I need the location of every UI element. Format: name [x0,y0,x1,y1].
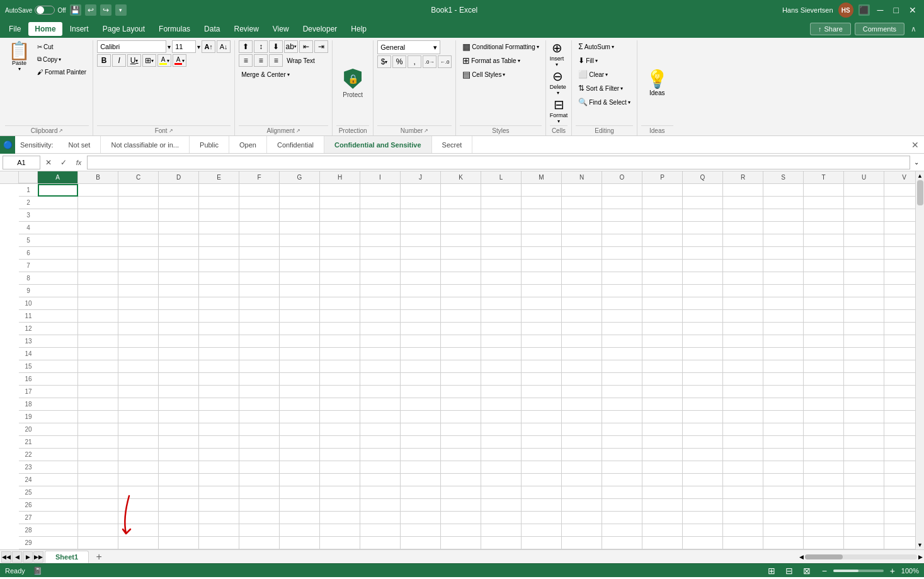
cell-J20[interactable] [401,423,441,436]
cell-M29[interactable] [522,537,562,549]
cell-A13[interactable] [38,335,78,348]
cell-J24[interactable] [401,474,441,486]
cell-T14[interactable] [804,348,844,360]
cell-C26[interactable] [118,499,159,512]
scroll-down-button[interactable]: ▼ [916,541,924,549]
cell-M6[interactable] [522,247,562,260]
cell-D29[interactable] [159,537,199,549]
row-number-23[interactable]: 23 [19,461,38,474]
cell-F24[interactable] [239,474,280,486]
clear-dropdown[interactable]: ▾ [605,72,608,77]
autosave-toggle[interactable]: AutoSave Off [5,6,66,14]
col-header-I[interactable]: I [360,171,401,183]
cell-S9[interactable] [763,285,804,297]
cell-O9[interactable] [602,285,642,297]
cell-D1[interactable] [159,184,199,197]
cell-N7[interactable] [562,260,602,272]
cell-F12[interactable] [239,323,280,335]
cell-T4[interactable] [804,222,844,234]
cell-M16[interactable] [522,373,562,386]
col-header-A[interactable]: A [38,171,78,183]
cell-V27[interactable] [884,512,915,524]
cell-G15[interactable] [280,360,320,373]
hscroll-track[interactable] [805,554,917,559]
cell-A21[interactable] [38,436,78,449]
cell-F14[interactable] [239,348,280,360]
borders-button[interactable]: ⊞▾ [142,54,156,67]
cell-I6[interactable] [360,247,401,260]
cell-U12[interactable] [844,323,884,335]
cell-O13[interactable] [602,335,642,348]
cell-C9[interactable] [118,285,159,297]
cell-O29[interactable] [602,537,642,549]
cell-R2[interactable] [723,197,763,209]
share-button[interactable]: ↑ Share [810,23,851,35]
bold-button[interactable]: B [97,54,111,67]
cell-A7[interactable] [38,260,78,272]
cell-K17[interactable] [441,386,481,398]
cell-B16[interactable] [78,373,118,386]
cell-Q20[interactable] [683,423,723,436]
cell-C4[interactable] [118,222,159,234]
autosum-button[interactable]: Σ AutoSum ▾ [576,40,617,53]
cell-N27[interactable] [562,512,602,524]
cell-M13[interactable] [522,335,562,348]
cell-T10[interactable] [804,297,844,310]
cell-I9[interactable] [360,285,401,297]
cell-L8[interactable] [481,272,522,285]
cell-U2[interactable] [844,197,884,209]
cell-K22[interactable] [441,449,481,461]
cell-U13[interactable] [844,335,884,348]
cell-T18[interactable] [804,398,844,411]
font-expand-icon[interactable]: ↗ [169,128,173,134]
col-header-R[interactable]: R [723,171,763,183]
cell-O17[interactable] [602,386,642,398]
cell-K6[interactable] [441,247,481,260]
cell-T7[interactable] [804,260,844,272]
cell-R17[interactable] [723,386,763,398]
cell-V6[interactable] [884,247,915,260]
cell-B18[interactable] [78,398,118,411]
cell-B25[interactable] [78,486,118,499]
cell-V25[interactable] [884,486,915,499]
cell-M18[interactable] [522,398,562,411]
cell-N17[interactable] [562,386,602,398]
cell-V2[interactable] [884,197,915,209]
cell-L21[interactable] [481,436,522,449]
cell-P23[interactable] [642,461,683,474]
cell-T21[interactable] [804,436,844,449]
cell-D7[interactable] [159,260,199,272]
cell-N2[interactable] [562,197,602,209]
row-number-25[interactable]: 25 [19,486,38,499]
cell-F11[interactable] [239,310,280,323]
menu-item-file[interactable]: File [3,22,27,36]
cell-U26[interactable] [844,499,884,512]
cell-E14[interactable] [199,348,239,360]
cell-B29[interactable] [78,537,118,549]
cell-L6[interactable] [481,247,522,260]
cell-C25[interactable] [118,486,159,499]
zoom-slider[interactable] [833,570,884,572]
cell-H6[interactable] [320,247,360,260]
cell-D19[interactable] [159,411,199,423]
autosave-toggle-btn[interactable] [35,6,55,14]
cell-T9[interactable] [804,285,844,297]
ribbon-collapse-button[interactable]: ∧ [906,25,921,33]
cell-C15[interactable] [118,360,159,373]
cell-L16[interactable] [481,373,522,386]
cell-G6[interactable] [280,247,320,260]
cell-F18[interactable] [239,398,280,411]
cell-E6[interactable] [199,247,239,260]
cell-C1[interactable] [118,184,159,197]
increase-decimal-button[interactable]: .0→ [423,55,436,68]
cell-F25[interactable] [239,486,280,499]
cell-H15[interactable] [320,360,360,373]
cell-B12[interactable] [78,323,118,335]
cell-A1[interactable] [38,184,78,197]
cell-A20[interactable] [38,423,78,436]
cell-B26[interactable] [78,499,118,512]
customize-qat-icon[interactable]: ▾ [115,4,127,16]
cell-T25[interactable] [804,486,844,499]
cell-Q23[interactable] [683,461,723,474]
cell-I16[interactable] [360,373,401,386]
